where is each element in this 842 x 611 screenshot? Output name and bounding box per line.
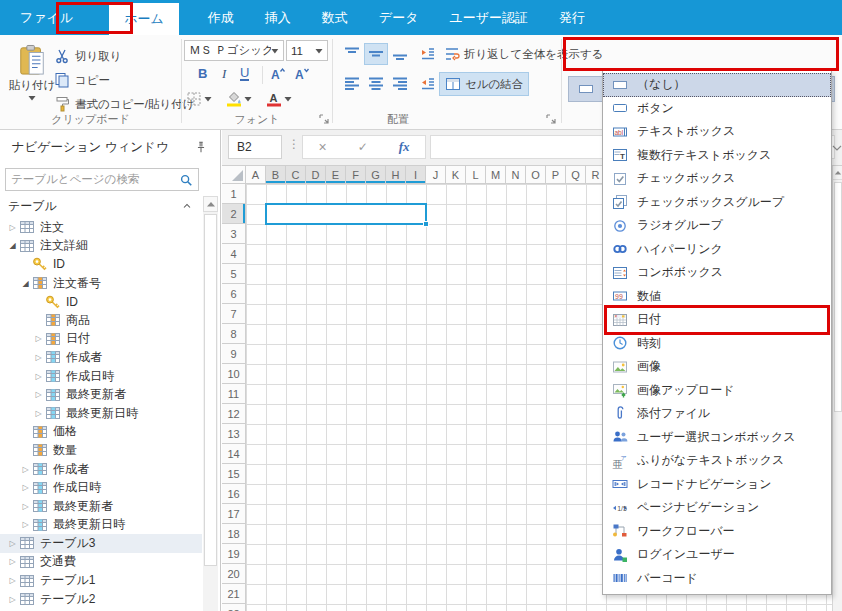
align-top-button[interactable] [340, 43, 364, 65]
cell-type-option-（なし）[interactable]: （なし） [603, 73, 831, 97]
merge-cells-button[interactable]: セルの結合 [439, 72, 529, 96]
row-header-10[interactable]: 10 [222, 364, 246, 384]
expander-icon[interactable]: ▷ [19, 520, 32, 529]
cell-type-option-時刻[interactable]: 時刻 [603, 332, 831, 356]
expander-icon[interactable]: ▷ [32, 334, 45, 343]
cell-type-option-ラジオグループ[interactable]: ラジオグループ [603, 214, 831, 238]
column-header-D[interactable]: D [306, 166, 326, 184]
row-header-7[interactable]: 7 [222, 304, 246, 324]
format-painter-button[interactable]: 書式のコピー/貼り付け [54, 94, 195, 114]
column-header-F[interactable]: F [346, 166, 366, 184]
cancel-icon[interactable]: × [318, 139, 326, 155]
column-header-A[interactable]: A [246, 166, 266, 184]
formula-bar-expand-icon[interactable] [832, 140, 842, 156]
pin-icon[interactable] [194, 140, 208, 154]
cell-type-option-画像[interactable]: 画像 [603, 355, 831, 379]
tree-item-ID[interactable]: ID [0, 292, 202, 311]
tree-item-作成日時[interactable]: ▷作成日時 [0, 478, 202, 497]
cell-type-option-添付ファイル[interactable]: 添付ファイル [603, 402, 831, 426]
tree-item-作成日時[interactable]: ▷作成日時 [0, 367, 202, 386]
tab-データ[interactable]: データ [367, 0, 431, 35]
column-header-Q[interactable]: Q [566, 166, 586, 184]
increase-indent-button[interactable] [416, 43, 440, 65]
tab-ファイル[interactable]: ファイル [8, 0, 85, 35]
font-size-combo[interactable]: 11 [286, 40, 328, 61]
fill-color-button[interactable] [226, 91, 252, 107]
fill-handle[interactable] [423, 221, 429, 227]
row-header-20[interactable]: 20 [222, 564, 246, 584]
cell-type-option-画像アップロード[interactable]: 画像アップロード [603, 379, 831, 403]
row-header-22[interactable]: 22 [222, 604, 246, 611]
tree-item-価格[interactable]: 価格 [0, 423, 202, 442]
row-header-9[interactable]: 9 [222, 344, 246, 364]
search-input[interactable]: テーブルとページの検索 [5, 168, 199, 191]
tree-item-作成者[interactable]: ▷作成者 [0, 348, 202, 367]
sidebar-scrollbar[interactable] [203, 196, 218, 611]
expander-icon[interactable]: ▷ [6, 539, 19, 548]
expander-icon[interactable]: ▷ [6, 223, 19, 232]
align-left-button[interactable] [340, 73, 364, 95]
tree-item-最終更新者[interactable]: ▷最終更新者 [0, 497, 202, 516]
tree-item-日付[interactable]: ▷日付 [0, 330, 202, 349]
select-all-corner[interactable] [222, 166, 246, 184]
expander-icon[interactable]: ▷ [19, 502, 32, 511]
align-right-button[interactable] [388, 73, 412, 95]
insert-function-icon[interactable]: fx [399, 139, 410, 155]
tree-item-注文[interactable]: ▷注文 [0, 218, 202, 237]
alignment-dialog-launcher[interactable] [545, 113, 557, 125]
expander-icon[interactable]: ▷ [32, 353, 45, 362]
expander-icon[interactable]: ▷ [32, 409, 45, 418]
cell-type-option-ふりがなテキストボックス[interactable]: ア亜ふりがなテキストボックス [603, 449, 831, 473]
borders-button[interactable] [186, 91, 212, 107]
scroll-up-icon[interactable] [833, 166, 842, 180]
wrap-text-button[interactable]: 折り返して全体を表示する [439, 42, 609, 66]
tree-item-注文詳細[interactable]: ◢注文詳細 [0, 237, 202, 256]
align-middle-button[interactable] [364, 43, 388, 65]
row-header-8[interactable]: 8 [222, 324, 246, 344]
cell-type-option-ログインユーザー[interactable]: ログインユーザー [603, 543, 831, 567]
cell-type-option-チェックボックス[interactable]: チェックボックス [603, 167, 831, 191]
column-header-E[interactable]: E [326, 166, 346, 184]
row-header-21[interactable]: 21 [222, 584, 246, 604]
column-header-I[interactable]: I [406, 166, 426, 184]
font-dialog-launcher[interactable] [318, 113, 330, 125]
cell-type-option-日付[interactable]: ×日付 [603, 308, 831, 332]
expander-icon[interactable]: ▷ [6, 576, 19, 585]
tab-数式[interactable]: 数式 [310, 0, 360, 35]
cell-type-option-コンボボックス[interactable]: コンボボックス [603, 261, 831, 285]
search-icon[interactable] [179, 173, 193, 187]
tree-item-テーブル3[interactable]: ▷テーブル3 [0, 534, 202, 553]
row-header-17[interactable]: 17 [222, 504, 246, 524]
expander-icon[interactable]: ◢ [19, 279, 32, 288]
enter-icon[interactable]: ✓ [358, 140, 368, 154]
column-header-L[interactable]: L [466, 166, 486, 184]
row-header-16[interactable]: 16 [222, 484, 246, 504]
column-header-N[interactable]: N [506, 166, 526, 184]
row-header-2[interactable]: 2 [222, 204, 246, 224]
cell-type-option-複数行テキストボックス[interactable]: T複数行テキストボックス [603, 144, 831, 168]
row-header-13[interactable]: 13 [222, 424, 246, 444]
expander-icon[interactable]: ▷ [32, 372, 45, 381]
tree-item-テーブル2[interactable]: ▷テーブル2 [0, 590, 202, 609]
selected-cell-range[interactable] [265, 203, 427, 225]
row-header-5[interactable]: 5 [222, 264, 246, 284]
tree-item-作成者[interactable]: ▷作成者 [0, 460, 202, 479]
cut-button[interactable]: 切り取り [54, 46, 122, 66]
tab-ユーザー認証[interactable]: ユーザー認証 [437, 0, 540, 35]
scrollbar-thumb[interactable] [834, 182, 842, 412]
tab-発行[interactable]: 発行 [547, 0, 597, 35]
tree-item-テーブル1[interactable]: ▷テーブル1 [0, 571, 202, 590]
bold-button[interactable]: B [198, 66, 207, 81]
tree-item-交通費[interactable]: ▷交通費 [0, 553, 202, 572]
tree-item-商品[interactable]: 商品 [0, 311, 202, 330]
cell-type-option-テキストボックス[interactable]: ablテキストボックス [603, 120, 831, 144]
font-color-button[interactable]: A [266, 91, 292, 107]
column-header-O[interactable]: O [526, 166, 546, 184]
tables-section-header[interactable]: テーブル [0, 196, 201, 216]
tree-item-注文番号[interactable]: ◢注文番号 [0, 274, 202, 293]
tab-作成[interactable]: 作成 [196, 0, 246, 35]
tree-item-最終更新者[interactable]: ▷最終更新者 [0, 385, 202, 404]
row-header-12[interactable]: 12 [222, 404, 246, 424]
tab-挿入[interactable]: 挿入 [253, 0, 303, 35]
row-header-14[interactable]: 14 [222, 444, 246, 464]
